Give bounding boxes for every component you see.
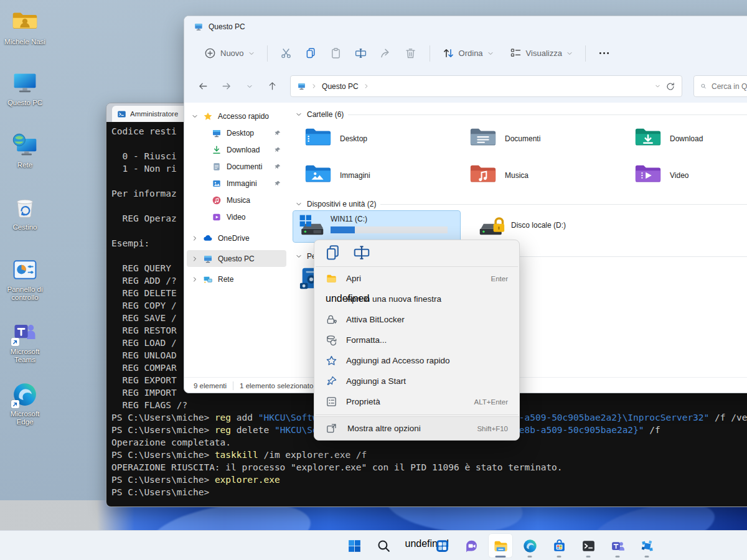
- desktop-icon-teams[interactable]: Microsoft Teams: [1, 319, 49, 364]
- video-icon: [212, 212, 222, 222]
- sidebar-item-musica[interactable]: Musica: [187, 192, 286, 208]
- sidebar-item-immagini[interactable]: Immagini: [187, 175, 286, 192]
- taskbar-widgets-button[interactable]: [430, 533, 454, 558]
- drive-tile-c[interactable]: WIN11 (C:): [293, 211, 460, 242]
- taskbar-start-button[interactable]: [342, 533, 367, 558]
- pc-icon: [203, 254, 213, 264]
- delete-button[interactable]: [398, 42, 423, 65]
- sidebar-item-video[interactable]: Video: [187, 208, 286, 225]
- img-icon: [212, 179, 222, 189]
- address-bar[interactable]: Questo PC: [290, 75, 682, 97]
- download-folder-icon: [634, 124, 662, 153]
- back-button[interactable]: [193, 77, 214, 96]
- view-button[interactable]: Visualizza: [504, 42, 579, 65]
- show-more-options-item[interactable]: Mostra altre opzioni Shift+F10: [314, 416, 519, 440]
- img-folder-icon: [304, 161, 332, 190]
- desktop-icon-recycle-bin[interactable]: Cestino: [1, 194, 49, 231]
- sidebar-item-label: Rete: [218, 275, 233, 284]
- search-box[interactable]: [693, 75, 747, 97]
- context-item-propriet-[interactable]: ProprietàALT+Enter: [317, 391, 517, 412]
- chevron-down-icon[interactable]: [191, 113, 199, 120]
- taskbar-terminal-button[interactable]: [576, 533, 601, 558]
- up-button[interactable]: [262, 77, 283, 96]
- items-count: 9 elementi: [194, 382, 227, 390]
- folder-tile-documenti[interactable]: Documenti: [465, 123, 621, 155]
- running-indicator: [586, 556, 591, 558]
- sidebar-item-label: Musica: [227, 196, 250, 205]
- pin-icon: [274, 146, 281, 154]
- edge-icon: [522, 538, 538, 554]
- breadcrumb[interactable]: Questo PC: [322, 82, 359, 91]
- window-title: Questo PC: [209, 22, 245, 31]
- widgets-icon: [435, 538, 450, 554]
- folder-tile-immagini[interactable]: Immagini: [300, 159, 456, 192]
- desktop-icon-label: Pannello di controllo: [1, 286, 49, 302]
- desktop-icon-label: Rete: [1, 161, 49, 169]
- terminal-tab-title: Amministratore: [130, 110, 178, 118]
- drive-tile-d[interactable]: Disco locale (D:): [474, 211, 571, 242]
- sidebar-item-questo-pc[interactable]: Questo PC: [187, 250, 286, 267]
- folder-tile-video[interactable]: Video: [630, 159, 747, 192]
- cut-button[interactable]: [274, 42, 299, 65]
- share-button[interactable]: [374, 42, 398, 65]
- desktop-icon-this-pc[interactable]: Questo PC: [1, 70, 49, 107]
- taskbar-explorer-button[interactable]: [488, 533, 513, 558]
- more-options-button[interactable]: [592, 42, 617, 65]
- context-item-formatta-[interactable]: Formatta...: [317, 330, 517, 350]
- taskbar-task-view-button[interactable]: undefined: [400, 533, 425, 558]
- taskbar-chat-button[interactable]: [459, 533, 484, 558]
- address-dropdown-icon[interactable]: [654, 83, 661, 90]
- section-devices[interactable]: Dispositivi e unità (2): [295, 200, 747, 208]
- chevron-right-icon[interactable]: [191, 276, 199, 283]
- sidebar-item-documenti[interactable]: Documenti: [187, 158, 286, 175]
- desktop-icon-control-panel[interactable]: Pannello di controllo: [1, 256, 49, 302]
- taskbar-search-button[interactable]: [371, 533, 396, 558]
- desktop-icon-user-folder[interactable]: Michele Nasi: [1, 9, 49, 46]
- taskbar-teams-button[interactable]: [605, 533, 630, 558]
- context-item-apri[interactable]: ApriEnter: [317, 268, 517, 289]
- folder-tile-desktop[interactable]: Desktop: [300, 123, 456, 155]
- taskbar-edge-button[interactable]: [517, 533, 542, 558]
- sidebar-item-desktop[interactable]: Desktop: [187, 124, 286, 141]
- recent-locations-button[interactable]: [239, 77, 260, 96]
- desktop-icon-edge[interactable]: Microsoft Edge: [1, 381, 49, 426]
- shortcut-arrow-icon: [11, 338, 19, 346]
- context-item-shortcut: ALT+Enter: [474, 398, 508, 406]
- shortcut-arrow-icon: [11, 400, 19, 408]
- paste-icon: [329, 47, 342, 60]
- context-item-apri-in-una-nuova-finestra[interactable]: undefinedApri in una nuova finestra: [317, 289, 517, 309]
- explorer-titlebar[interactable]: Questo PC: [184, 16, 747, 37]
- open-icon: [326, 273, 337, 284]
- context-item-aggiungi-ad-accesso-rapido[interactable]: Aggiungi ad Accesso rapido: [317, 350, 517, 371]
- share-icon: [379, 47, 392, 60]
- copy-button[interactable]: [299, 42, 324, 65]
- copy-quick-button[interactable]: [322, 243, 344, 262]
- taskbar-store-button[interactable]: [547, 533, 571, 558]
- refresh-icon[interactable]: [665, 82, 675, 91]
- search-input[interactable]: [712, 82, 747, 91]
- rename-quick-button[interactable]: [350, 243, 373, 262]
- terminal-line: PS C:\Users\miche> explorer.exe: [111, 474, 747, 486]
- folder-tile-musica[interactable]: Musica: [465, 159, 621, 192]
- terminal-line: PS C:\Users\miche>: [111, 486, 747, 498]
- teams-icon: [610, 538, 626, 554]
- folder-label: Download: [670, 134, 703, 143]
- desktop-icon-network[interactable]: Rete: [1, 132, 49, 169]
- pin-icon: [274, 129, 281, 137]
- sidebar-item-accesso-rapido[interactable]: Accesso rapido: [187, 108, 286, 124]
- rename-button[interactable]: [349, 42, 374, 65]
- taskbar-cube-button[interactable]: [634, 533, 659, 558]
- sidebar-item-rete[interactable]: Rete: [187, 271, 286, 287]
- chevron-right-icon[interactable]: [191, 255, 199, 263]
- context-item-aggiungi-a-start[interactable]: Aggiungi a Start: [317, 371, 517, 391]
- chevron-right-icon[interactable]: [191, 235, 199, 242]
- forward-button[interactable]: [216, 77, 237, 96]
- sort-button[interactable]: Ordina: [436, 42, 500, 65]
- new-button[interactable]: Nuovo: [198, 42, 261, 65]
- sidebar-item-download[interactable]: Download: [187, 141, 286, 158]
- context-item-attiva-bitlocker[interactable]: Attiva BitLocker: [317, 309, 517, 330]
- paste-button[interactable]: [324, 42, 349, 65]
- sidebar-item-onedrive[interactable]: OneDrive: [187, 230, 286, 246]
- folder-tile-download[interactable]: Download: [630, 123, 747, 155]
- section-folders[interactable]: Cartelle (6): [295, 110, 747, 119]
